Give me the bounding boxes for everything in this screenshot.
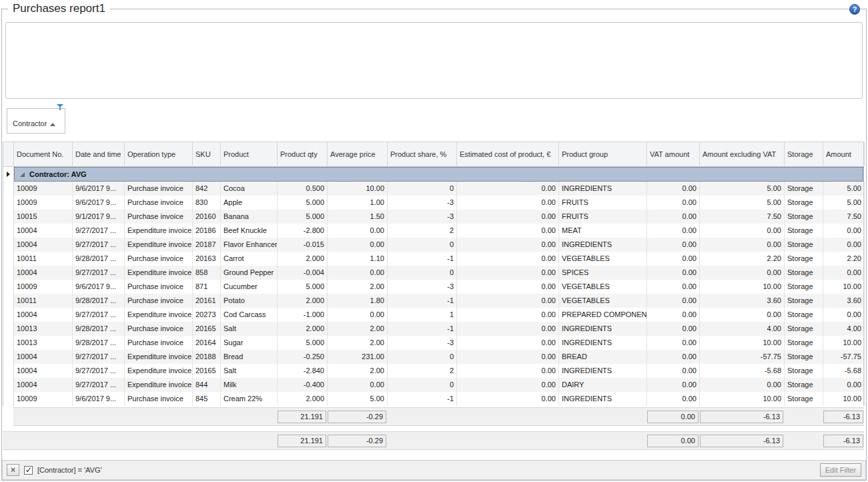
cell-amount_excl_vat: 10.00 bbox=[700, 280, 785, 294]
cell-vat_amount: 0.00 bbox=[647, 392, 700, 406]
column-header-date_time[interactable]: Date and time bbox=[73, 142, 125, 166]
cell-product_share: 0 bbox=[388, 182, 457, 196]
grid-body: 100099/6/2017 9...Purchase invoice842Coc… bbox=[3, 182, 864, 406]
column-header-sku[interactable]: SKU bbox=[193, 142, 221, 166]
column-header-operation_type[interactable]: Operation type bbox=[125, 142, 193, 166]
group-row-strip: Contractor: AVG bbox=[3, 167, 864, 182]
row-indicator-cell bbox=[3, 308, 14, 322]
cell-estimated_cost: 0.00 bbox=[457, 378, 559, 392]
cell-sku: 20165 bbox=[193, 364, 221, 378]
group-total-product_qty: 21.191 bbox=[278, 411, 326, 423]
cell-vat_amount: 0.00 bbox=[647, 364, 700, 378]
table-row[interactable]: 100049/27/2017 ...Expenditure invoice844… bbox=[3, 378, 863, 392]
cell-amount: -5.68 bbox=[823, 364, 865, 378]
cell-product_group: INGREDIENTS bbox=[559, 238, 647, 252]
cell-product_group: DAIRY bbox=[559, 378, 647, 392]
cell-product_group: SPICES bbox=[559, 266, 647, 280]
cell-amount: 7.50 bbox=[823, 210, 865, 224]
group-by-contractor-button[interactable]: Contractor bbox=[7, 108, 65, 134]
grand-total-cell-date_time bbox=[72, 432, 124, 449]
help-icon[interactable]: ? bbox=[849, 4, 860, 15]
table-row[interactable]: 100099/6/2017 9...Purchase invoice845Cre… bbox=[3, 392, 863, 406]
table-row[interactable]: 100099/6/2017 9...Purchase invoice871Cuc… bbox=[3, 280, 863, 294]
cell-product_qty: -1.000 bbox=[278, 308, 328, 322]
column-header-product_group[interactable]: Product group bbox=[559, 142, 647, 166]
cell-operation_type: Expenditure invoice bbox=[125, 224, 193, 238]
column-header-average_price[interactable]: Average price bbox=[328, 142, 388, 166]
totals-indicator-spacer bbox=[3, 432, 13, 449]
close-filter-button[interactable]: × bbox=[7, 464, 19, 476]
cell-product_qty: 5.000 bbox=[278, 196, 328, 210]
filter-funnel-icon[interactable] bbox=[57, 104, 63, 110]
cell-vat_amount: 0.00 bbox=[647, 224, 700, 238]
column-header-amount_excl_vat[interactable]: Amount excluding VAT bbox=[700, 142, 785, 166]
column-header-storage[interactable]: Storage bbox=[785, 142, 823, 166]
cell-vat_amount: 0.00 bbox=[647, 252, 700, 266]
cell-amount: 10.00 bbox=[823, 280, 865, 294]
table-row[interactable]: 100139/28/2017 ...Purchase invoice20165S… bbox=[3, 322, 863, 336]
cell-date_time: 9/27/2017 ... bbox=[73, 224, 125, 238]
cell-operation_type: Expenditure invoice bbox=[125, 378, 193, 392]
row-indicator-cell bbox=[3, 266, 14, 280]
cell-date_time: 9/6/2017 9... bbox=[73, 196, 125, 210]
column-header-document_no[interactable]: Document No. bbox=[14, 142, 73, 166]
cell-vat_amount: 0.00 bbox=[647, 322, 700, 336]
table-row[interactable]: 100049/27/2017 ...Expenditure invoice201… bbox=[3, 350, 863, 364]
column-header-vat_amount[interactable]: VAT amount bbox=[647, 142, 700, 166]
page-title: Purchases report1 bbox=[8, 2, 110, 15]
cell-storage: Storage bbox=[785, 210, 823, 224]
cell-amount: 5.00 bbox=[823, 182, 865, 196]
group-total-amount_excl_vat: -6.13 bbox=[700, 411, 783, 423]
table-row[interactable]: 100049/27/2017 ...Expenditure invoice202… bbox=[3, 308, 863, 322]
cell-date_time: 9/28/2017 ... bbox=[73, 336, 125, 350]
table-row[interactable]: 100119/28/2017 ...Purchase invoice20161P… bbox=[3, 294, 863, 308]
expand-icon[interactable] bbox=[20, 172, 25, 177]
row-indicator-cell bbox=[3, 350, 14, 364]
cell-operation_type: Purchase invoice bbox=[125, 196, 193, 210]
cell-average_price: 1.00 bbox=[328, 196, 388, 210]
column-header-product_share[interactable]: Product share, % bbox=[388, 142, 457, 166]
cell-average_price: 2.00 bbox=[328, 322, 388, 336]
cell-product_qty: -0.400 bbox=[278, 378, 328, 392]
cell-operation_type: Purchase invoice bbox=[125, 182, 193, 196]
cell-product_share: -3 bbox=[388, 210, 457, 224]
cell-operation_type: Expenditure invoice bbox=[125, 308, 193, 322]
row-indicator-cell bbox=[3, 210, 14, 224]
column-header-product[interactable]: Product bbox=[221, 142, 278, 166]
cell-average_price: 10.00 bbox=[328, 182, 388, 196]
cell-estimated_cost: 0.00 bbox=[457, 224, 559, 238]
cell-estimated_cost: 0.00 bbox=[457, 252, 559, 266]
column-header-estimated_cost[interactable]: Estimated cost of product, € bbox=[457, 142, 559, 166]
cell-storage: Storage bbox=[785, 336, 823, 350]
row-indicator-cell bbox=[3, 182, 14, 196]
table-row[interactable]: 100049/27/2017 ...Expenditure invoice201… bbox=[3, 224, 863, 238]
cell-product_group: INGREDIENTS bbox=[559, 322, 647, 336]
cell-amount_excl_vat: 0.00 bbox=[700, 238, 785, 252]
cell-estimated_cost: 0.00 bbox=[457, 266, 559, 280]
cell-average_price: 0.00 bbox=[328, 238, 388, 252]
group-row[interactable]: Contractor: AVG bbox=[14, 167, 863, 182]
cell-operation_type: Purchase invoice bbox=[125, 280, 193, 294]
table-row[interactable]: 100119/28/2017 ...Purchase invoice20163C… bbox=[3, 252, 863, 266]
column-header-amount[interactable]: Amount bbox=[823, 142, 865, 166]
cell-average_price: 0.00 bbox=[328, 266, 388, 280]
table-row[interactable]: 100139/28/2017 ...Purchase invoice20164S… bbox=[3, 336, 863, 350]
grand-total-cell-estimated_cost bbox=[456, 432, 558, 449]
group-total-vat_amount: 0.00 bbox=[647, 411, 699, 423]
table-row[interactable]: 100159/1/2017 9...Purchase invoice20160B… bbox=[3, 210, 863, 224]
table-row[interactable]: 100049/27/2017 ...Expenditure invoice858… bbox=[3, 266, 863, 280]
cell-storage: Storage bbox=[785, 308, 823, 322]
cell-product_qty: -2.800 bbox=[278, 224, 328, 238]
column-header-product_qty[interactable]: Product qty bbox=[278, 142, 328, 166]
table-row[interactable]: 100099/6/2017 9...Purchase invoice842Coc… bbox=[3, 182, 863, 196]
filter-enabled-checkbox[interactable]: ✓ bbox=[24, 466, 33, 475]
cell-estimated_cost: 0.00 bbox=[457, 392, 559, 406]
cell-storage: Storage bbox=[785, 364, 823, 378]
table-row[interactable]: 100049/27/2017 ...Expenditure invoice201… bbox=[3, 364, 863, 378]
table-row[interactable]: 100049/27/2017 ...Expenditure invoice201… bbox=[3, 238, 863, 252]
group-total-cell-document_no bbox=[13, 408, 72, 425]
grand-total-amount: -6.13 bbox=[823, 435, 863, 447]
table-row[interactable]: 100099/6/2017 9...Purchase invoice830App… bbox=[3, 196, 863, 210]
edit-filter-button[interactable]: Edit Filter bbox=[820, 463, 861, 477]
grand-total-cell-amount: -6.13 bbox=[823, 432, 864, 449]
